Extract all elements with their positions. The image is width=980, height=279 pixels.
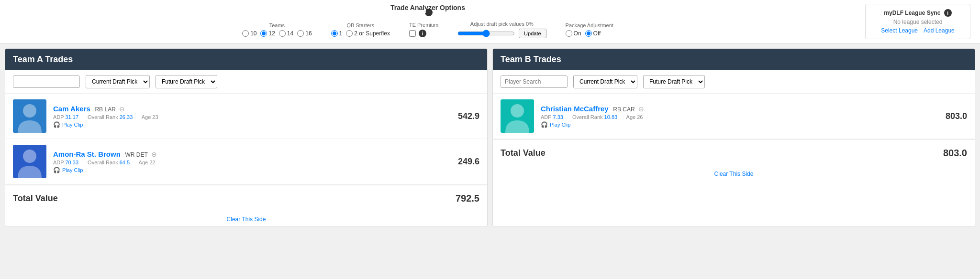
qb-radio-input-1[interactable] [331,30,338,37]
qb-starters-label: QB Starters [331,22,390,28]
package-radio-input-off[interactable] [585,30,592,37]
play-clip-icon: 🎧 [53,121,60,128]
teams-radio-16[interactable]: 16 [297,30,312,37]
team-a-total-amount: 792.5 [456,193,479,204]
mccaffrey-play-clip[interactable]: 🎧 Play Clip [541,121,932,128]
mccaffrey-pos-team: RB CAR [613,106,635,113]
cam-akers-name: Cam Akers [53,105,90,113]
cam-akers-value: 542.9 [451,111,479,121]
mccaffrey-remove-icon[interactable]: ⊖ [638,105,644,113]
teams-radio-14[interactable]: 14 [279,30,293,37]
cam-akers-stats: ADP 31.17 Overall Rank 26.33 Age 23 [53,114,444,120]
team-b-total-label: Total Value [501,148,546,158]
qb-radio-1[interactable]: 1 [331,30,343,37]
amon-ra-value: 249.6 [451,157,479,167]
mccaffrey-info: Christian McCaffrey RB CAR ⊖ ADP 7.33 Ov… [541,105,932,128]
svg-point-5 [511,104,524,118]
package-radio-on[interactable]: On [566,30,581,37]
team-a-clear-side-row: Clear This Side [5,212,487,226]
te-premium-label: TE Premium [409,22,438,28]
teams-radio-input-12[interactable] [260,30,267,37]
mccaffrey-name: Christian McCaffrey [541,105,609,113]
team-a-header: Team A Trades [5,49,487,70]
team-a-player-amon-ra: Amon-Ra St. Brown WR DET ⊖ ADP 70.33 Ove… [5,139,487,184]
adjust-draft-slider[interactable] [457,30,515,37]
teams-label: Teams [242,22,312,28]
amon-ra-play-clip-icon: 🎧 [53,167,60,173]
team-a-future-draft-pick-select[interactable]: Future Draft Pick 2025 1st 2025 2nd 2026… [156,75,217,88]
cam-akers-remove-icon[interactable]: ⊖ [119,105,125,113]
mccaffrey-value: 803.0 [938,111,967,121]
teams-radio-input-14[interactable] [279,30,286,37]
svg-point-3 [23,150,36,163]
team-b-controls: Current Draft Pick 2024 1st 2024 2nd 202… [493,70,975,94]
amon-ra-stats: ADP 70.33 Overall Rank 64.5 Age 22 [53,160,444,165]
mccaffrey-stats: ADP 7.33 Overall Rank 10.83 Age 26 [541,114,932,120]
team-b-current-draft-pick-select[interactable]: Current Draft Pick 2024 1st 2024 2nd 202… [573,75,637,88]
mccaffrey-avatar [501,99,534,133]
teams-radio-input-16[interactable] [297,30,304,37]
amon-ra-name: Amon-Ra St. Brown [53,150,121,158]
te-premium-option-group: TE Premium i [409,22,438,37]
amon-ra-info: Amon-Ra St. Brown WR DET ⊖ ADP 70.33 Ove… [53,150,444,173]
team-b-future-draft-pick-select[interactable]: Future Draft Pick 2025 1st 2025 2nd 2026… [643,75,705,88]
options-center: Trade Analyzer Options i Teams 10 12 14 [10,4,846,38]
package-adjustment-label: Package Adjustment [566,22,613,28]
package-adjustment-radio-group: On Off [566,30,601,37]
team-b-panel: Team B Trades Current Draft Pick 2024 1s… [492,48,975,227]
team-b-clear-side-row: Clear This Side [493,166,975,181]
trade-analyzer-info-icon[interactable]: i [425,9,433,16]
qb-starters-radio-group: 1 2 or Superflex [331,30,390,37]
sync-info-icon[interactable]: i [944,9,952,17]
cam-akers-avatar [13,99,46,133]
team-b-total-value-row: Total Value 803.0 [493,139,975,166]
trade-container: Team A Trades Current Draft Pick 2024 1s… [0,43,980,232]
adjust-draft-label: Adjust draft pick values 0% [457,21,546,27]
adjust-draft-option-group: Adjust draft pick values 0% Update [457,21,546,38]
team-b-total-amount: 803.0 [943,148,967,159]
team-a-total-label: Total Value [13,193,58,204]
sync-no-league: No league selected [875,19,960,25]
select-league-link[interactable]: Select League [881,27,918,34]
add-league-link[interactable]: Add League [924,27,955,34]
svg-point-1 [23,104,36,118]
options-bar: Trade Analyzer Options i Teams 10 12 14 [0,0,980,43]
cam-akers-play-clip[interactable]: 🎧 Play Clip [53,121,444,128]
cam-akers-pos-team: RB LAR [95,106,115,113]
sync-links: Select League Add League [875,27,960,34]
team-b-clear-side-link[interactable]: Clear This Side [714,171,754,177]
te-premium-checkbox[interactable] [409,30,416,37]
cam-akers-info: Cam Akers RB LAR ⊖ ADP 31.17 Overall Ran… [53,105,444,128]
amon-ra-remove-icon[interactable]: ⊖ [151,150,157,158]
package-radio-input-on[interactable] [566,30,572,37]
amon-ra-avatar [13,145,46,178]
package-radio-off[interactable]: Off [585,30,601,37]
options-row: Teams 10 12 14 16 [242,21,613,38]
team-b-header: Team B Trades [493,49,975,70]
qb-radio-input-superflex[interactable] [346,30,353,37]
team-a-clear-side-link[interactable]: Clear This Side [227,216,266,223]
teams-radio-input-10[interactable] [242,30,249,37]
teams-option-group: Teams 10 12 14 16 [242,22,312,37]
amon-ra-pos-team: WR DET [125,151,147,158]
team-a-player-search-input[interactable] [13,75,80,88]
amon-ra-play-clip[interactable]: 🎧 Play Clip [53,167,444,173]
team-a-player-cam-akers: Cam Akers RB LAR ⊖ ADP 31.17 Overall Ran… [5,94,487,139]
teams-radio-12[interactable]: 12 [260,30,275,37]
team-b-player-mccaffrey: Christian McCaffrey RB CAR ⊖ ADP 7.33 Ov… [493,94,975,139]
team-a-panel: Team A Trades Current Draft Pick 2024 1s… [5,48,488,227]
mccaffrey-play-clip-icon: 🎧 [541,121,548,128]
team-a-controls: Current Draft Pick 2024 1st 2024 2nd 202… [5,70,487,94]
te-premium-info-icon[interactable]: i [419,30,426,37]
teams-radio-10[interactable]: 10 [242,30,256,37]
team-a-current-draft-pick-select[interactable]: Current Draft Pick 2024 1st 2024 2nd 202… [86,75,150,88]
adjust-draft-slider-row: Update [457,29,546,38]
qb-starters-option-group: QB Starters 1 2 or Superflex [331,22,390,37]
team-a-total-value-row: Total Value 792.5 [5,184,487,212]
team-b-player-search-input[interactable] [501,75,568,88]
adjust-draft-update-button[interactable]: Update [519,29,546,38]
sync-title: myDLF League Sync i [875,9,960,17]
teams-radio-group: 10 12 14 16 [242,30,312,37]
mydlf-sync-panel: myDLF League Sync i No league selected S… [865,4,970,39]
qb-radio-superflex[interactable]: 2 or Superflex [346,30,390,37]
